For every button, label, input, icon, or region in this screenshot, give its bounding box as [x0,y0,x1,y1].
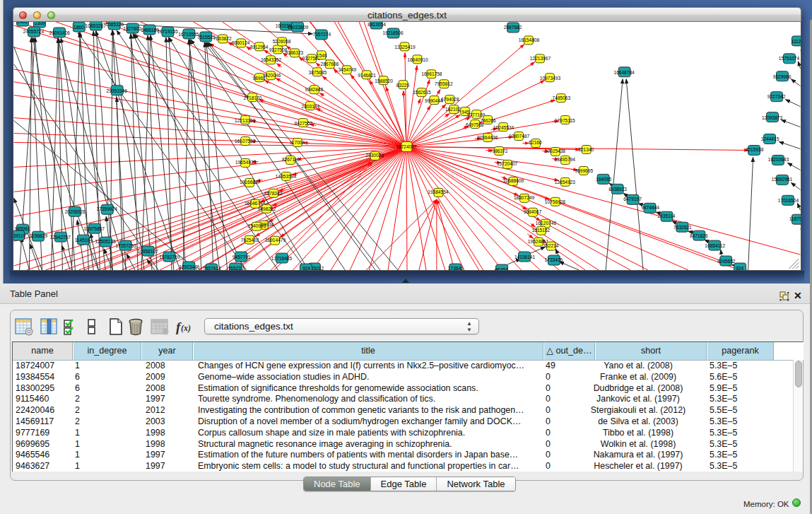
svg-text:765233: 765233 [228,266,244,271]
svg-text:7632621: 7632621 [673,225,692,230]
svg-text:98961: 98961 [252,76,266,81]
svg-text:7485063: 7485063 [553,95,571,100]
svg-text:1588520: 1588520 [375,78,393,83]
svg-text:9227342: 9227342 [767,94,786,99]
svg-text:16543362: 16543362 [261,57,282,62]
svg-text:20364436: 20364436 [477,135,498,140]
svg-text:23091406: 23091406 [49,30,71,35]
svg-text:8471626: 8471626 [690,233,708,238]
svg-text:1244415: 1244415 [761,136,779,141]
svg-text:15692951: 15692951 [772,177,793,182]
svg-text:16107553: 16107553 [235,139,256,144]
svg-text:6466160: 6466160 [141,28,159,33]
svg-text:12942757: 12942757 [50,235,71,240]
svg-text:24055724: 24055724 [23,29,45,34]
svg-text:17357253: 17357253 [115,243,136,248]
svg-text:139119: 139119 [13,233,26,238]
svg-text:16033809: 16033809 [288,25,309,30]
svg-text:29053346: 29053346 [107,88,128,93]
svg-text:13716485: 13716485 [271,256,293,261]
svg-text:3454749: 3454749 [338,67,356,72]
svg-text:164095: 164095 [596,177,611,182]
svg-text:1546: 1546 [317,53,327,58]
svg-text:9777169: 9777169 [467,112,486,117]
svg-text:17016504: 17016504 [778,198,799,203]
svg-text:16782759: 16782759 [159,255,180,259]
svg-text:10807487: 10807487 [509,134,530,139]
svg-text:1145194: 1145194 [75,238,93,243]
svg-text:9457791: 9457791 [233,255,251,259]
svg-text:8660124: 8660124 [232,40,250,45]
svg-text:15751074: 15751074 [779,56,800,61]
svg-text:1860: 1860 [73,25,84,30]
svg-text:19166827: 19166827 [240,180,261,185]
svg-text:2935114: 2935114 [657,214,675,218]
svg-text:8813054: 8813054 [367,22,386,27]
svg-text:7625402: 7625402 [241,238,259,243]
svg-text:7357274: 7357274 [313,32,331,37]
svg-text:12213369: 12213369 [235,118,256,123]
svg-text:924: 924 [736,266,743,271]
svg-text:2930023: 2930023 [365,153,384,158]
svg-text:10756928: 10756928 [545,199,566,204]
svg-text:10688609: 10688609 [503,178,524,183]
svg-text:7657413: 7657413 [203,266,221,271]
svg-text:1540993: 1540993 [248,223,266,228]
svg-text:1327602: 1327602 [123,26,141,31]
svg-text:8267110: 8267110 [282,157,300,162]
svg-text:8186323: 8186323 [286,50,304,55]
svg-text:18724007: 18724007 [396,144,417,149]
svg-text:1065326: 1065326 [105,22,124,27]
svg-text:12505135: 12505135 [95,239,117,244]
svg-text:2309: 2309 [35,22,45,25]
svg-text:9474444: 9474444 [641,205,659,210]
svg-text:7663822: 7663822 [213,36,232,41]
svg-text:20206526: 20206526 [65,209,86,214]
svg-text:6479197: 6479197 [623,197,642,201]
svg-text:9498222: 9498222 [258,206,276,211]
svg-text:7955812: 7955812 [435,81,453,86]
svg-text:1156829: 1156829 [30,233,47,238]
svg-text:10719155: 10719155 [157,29,178,34]
svg-text:12975115: 12975115 [555,118,575,123]
svg-text:16648784: 16648784 [613,70,635,75]
svg-text:10654112: 10654112 [705,243,725,248]
svg-text:8578342: 8578342 [264,191,283,196]
svg-text:12213967: 12213967 [530,56,551,61]
svg-text:2687682: 2687682 [504,25,522,30]
svg-text:13325419: 13325419 [394,45,416,49]
svg-text:16245534: 16245534 [493,125,514,130]
svg-text:16154808: 16154808 [519,37,540,42]
svg-text:7986372: 7986372 [490,148,508,153]
svg-text:14136141: 14136141 [514,255,536,259]
svg-text:2803144: 2803144 [302,104,320,109]
svg-text:(x): (x) [181,323,191,333]
svg-text:6497568: 6497568 [466,122,484,127]
svg-text:16961758: 16961758 [421,71,442,76]
svg-text:11120: 11120 [792,39,801,44]
svg-text:8912954: 8912954 [250,45,269,49]
svg-text:10958107: 10958107 [137,249,158,254]
svg-text:2405: 2405 [17,22,28,24]
svg-text:16120746: 16120746 [536,221,557,226]
svg-text:19654935: 19654935 [235,160,257,165]
svg-text:821340: 821340 [578,147,594,152]
svg-text:9242848: 9242848 [305,87,324,92]
svg-text:62160: 62160 [529,141,542,146]
svg-text:13654923: 13654923 [555,180,576,185]
svg-text:9146821: 9146821 [358,73,376,78]
svg-text:10025438: 10025438 [545,148,566,153]
svg-text:352214: 352214 [543,243,558,248]
svg-text:9245652: 9245652 [717,259,736,264]
svg-text:16640910: 16640910 [407,57,428,62]
svg-text:9684067: 9684067 [524,209,542,214]
svg-text:12093873: 12093873 [762,115,783,120]
svg-text:13495794: 13495794 [555,157,576,162]
svg-text:10975857: 10975857 [84,226,105,231]
svg-text:18807249: 18807249 [514,195,535,200]
svg-text:16914479: 16914479 [265,238,286,243]
svg-text:1733426: 1733426 [545,257,563,262]
svg-text:19218506: 19218506 [382,30,404,35]
svg-text:83220: 83220 [396,83,410,88]
svg-text:1562615: 1562615 [413,90,431,95]
